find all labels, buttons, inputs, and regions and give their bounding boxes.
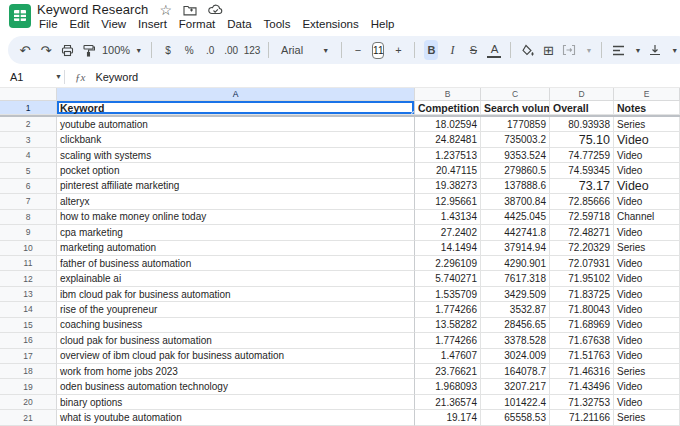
merge-cells-button[interactable] bbox=[562, 40, 576, 60]
undo-button[interactable]: ↶ bbox=[18, 40, 32, 60]
cell-competition[interactable]: 24.82481 bbox=[415, 132, 481, 147]
cell-search-volume[interactable]: 3378.528 bbox=[481, 333, 550, 348]
text-color-button[interactable]: A bbox=[487, 43, 501, 58]
cell-notes[interactable]: Video bbox=[614, 225, 680, 240]
vertical-align-button[interactable] bbox=[648, 40, 662, 60]
cell-overall[interactable]: 73.17 bbox=[550, 179, 614, 194]
italic-button[interactable]: I bbox=[445, 40, 459, 60]
cell-notes[interactable]: Series bbox=[614, 364, 680, 379]
row-header[interactable]: 10 bbox=[0, 241, 57, 256]
cell-competition[interactable]: 1.535709 bbox=[415, 287, 481, 302]
cell-search-volume[interactable]: 164078.7 bbox=[481, 364, 550, 379]
cell-competition[interactable]: 18.02594 bbox=[415, 117, 481, 132]
menu-extensions[interactable]: Extensions bbox=[296, 17, 364, 31]
cell-search-volume[interactable]: 4290.901 bbox=[481, 256, 550, 271]
cell-overall[interactable]: 71.43496 bbox=[550, 379, 614, 394]
document-title[interactable]: Keyword Research bbox=[37, 2, 148, 17]
cell-competition[interactable]: 20.47115 bbox=[415, 163, 481, 178]
select-all-corner[interactable] bbox=[0, 88, 57, 101]
cell-keyword[interactable]: ibm cloud pak for business automation bbox=[57, 287, 415, 302]
cloud-status-icon[interactable] bbox=[208, 4, 223, 15]
cell-e1[interactable]: Notes bbox=[614, 101, 680, 115]
format-percent-button[interactable]: % bbox=[182, 40, 196, 60]
menu-data[interactable]: Data bbox=[221, 17, 257, 31]
row-header[interactable]: 14 bbox=[0, 302, 57, 317]
cell-keyword[interactable]: scaling with systems bbox=[57, 148, 415, 163]
print-button[interactable] bbox=[60, 40, 74, 60]
cell-search-volume[interactable]: 3429.509 bbox=[481, 287, 550, 302]
menu-tools[interactable]: Tools bbox=[258, 17, 297, 31]
cell-notes[interactable]: Video bbox=[614, 318, 680, 333]
cell-keyword[interactable]: binary options bbox=[57, 395, 415, 410]
row-header[interactable]: 21 bbox=[0, 410, 57, 425]
cell-competition[interactable]: 1.237513 bbox=[415, 148, 481, 163]
row-header[interactable]: 12 bbox=[0, 271, 57, 286]
horizontal-align-dropdown-icon[interactable]: ▼ bbox=[634, 47, 641, 54]
cell-competition[interactable]: 1.43134 bbox=[415, 210, 481, 225]
row-header[interactable]: 7 bbox=[0, 194, 57, 209]
cell-notes[interactable]: Video bbox=[614, 349, 680, 364]
star-icon[interactable]: ☆ bbox=[159, 3, 172, 17]
row-header[interactable]: 6 bbox=[0, 179, 57, 194]
row-header[interactable]: 20 bbox=[0, 395, 57, 410]
cell-keyword[interactable]: pocket option bbox=[57, 163, 415, 178]
cell-notes[interactable]: Video bbox=[614, 194, 680, 209]
cell-notes[interactable]: Series bbox=[614, 117, 680, 132]
fill-handle[interactable] bbox=[411, 111, 415, 115]
cell-notes[interactable]: Video bbox=[614, 256, 680, 271]
column-header-a[interactable]: A bbox=[57, 88, 415, 101]
strikethrough-button[interactable]: S bbox=[466, 40, 480, 60]
cell-overall[interactable]: 71.46316 bbox=[550, 364, 614, 379]
cell-keyword[interactable]: youtube automation bbox=[57, 117, 415, 132]
cell-competition[interactable]: 1.47607 bbox=[415, 349, 481, 364]
row-header[interactable]: 17 bbox=[0, 349, 57, 364]
name-box[interactable]: A1 ▼ bbox=[0, 71, 62, 83]
menu-format[interactable]: Format bbox=[173, 17, 221, 31]
cell-search-volume[interactable]: 442741.8 bbox=[481, 225, 550, 240]
cell-a1-selected[interactable]: Keyword bbox=[57, 101, 415, 115]
cell-search-volume[interactable]: 4425.045 bbox=[481, 210, 550, 225]
cell-overall[interactable]: 80.93938 bbox=[550, 117, 614, 132]
cell-overall[interactable]: 71.21166 bbox=[550, 410, 614, 425]
font-size-input[interactable]: 11 bbox=[372, 42, 384, 59]
cell-overall[interactable]: 71.68969 bbox=[550, 318, 614, 333]
cell-d1[interactable]: Overall bbox=[550, 101, 614, 115]
cell-keyword[interactable]: alteryx bbox=[57, 194, 415, 209]
cell-competition[interactable]: 27.2402 bbox=[415, 225, 481, 240]
cell-competition[interactable]: 2.296109 bbox=[415, 256, 481, 271]
cell-competition[interactable]: 1.774266 bbox=[415, 302, 481, 317]
cell-search-volume[interactable]: 1770859 bbox=[481, 117, 550, 132]
cell-overall[interactable]: 71.67638 bbox=[550, 333, 614, 348]
cell-overall[interactable]: 74.59345 bbox=[550, 163, 614, 178]
cell-b1[interactable]: Competition bbox=[415, 101, 481, 115]
menu-file[interactable]: File bbox=[33, 17, 64, 31]
cell-competition[interactable]: 21.36574 bbox=[415, 395, 481, 410]
cell-search-volume[interactable]: 735003.2 bbox=[481, 132, 550, 147]
cell-competition[interactable]: 13.58282 bbox=[415, 318, 481, 333]
cell-competition[interactable]: 14.1494 bbox=[415, 241, 481, 256]
cell-notes[interactable]: Video bbox=[614, 163, 680, 178]
row-header[interactable]: 1 bbox=[0, 101, 57, 115]
cell-notes[interactable]: Video bbox=[614, 287, 680, 302]
more-formats-button[interactable]: 123 bbox=[245, 40, 259, 60]
row-header[interactable]: 5 bbox=[0, 163, 57, 178]
cell-overall[interactable]: 74.77259 bbox=[550, 148, 614, 163]
sheets-logo-icon[interactable] bbox=[9, 4, 31, 28]
cell-notes[interactable]: Channel bbox=[614, 210, 680, 225]
cell-competition[interactable]: 19.174 bbox=[415, 410, 481, 425]
zoom-select[interactable]: 100%▼ bbox=[102, 44, 142, 56]
increase-decimal-button[interactable]: .00 bbox=[224, 40, 238, 60]
merge-dropdown-icon[interactable]: ▼ bbox=[585, 47, 592, 54]
cell-search-volume[interactable]: 38700.84 bbox=[481, 194, 550, 209]
cell-overall[interactable]: 71.80043 bbox=[550, 302, 614, 317]
row-header[interactable]: 13 bbox=[0, 287, 57, 302]
cell-keyword[interactable]: clickbank bbox=[57, 132, 415, 147]
row-header[interactable]: 2 bbox=[0, 117, 57, 132]
cell-notes[interactable]: Series bbox=[614, 241, 680, 256]
cell-keyword[interactable]: pinterest affiliate marketing bbox=[57, 179, 415, 194]
cell-notes[interactable]: Video bbox=[614, 395, 680, 410]
row-header[interactable]: 9 bbox=[0, 225, 57, 240]
row-header[interactable]: 19 bbox=[0, 379, 57, 394]
decrease-decimal-button[interactable]: .0 bbox=[203, 40, 217, 60]
menu-help[interactable]: Help bbox=[365, 17, 401, 31]
